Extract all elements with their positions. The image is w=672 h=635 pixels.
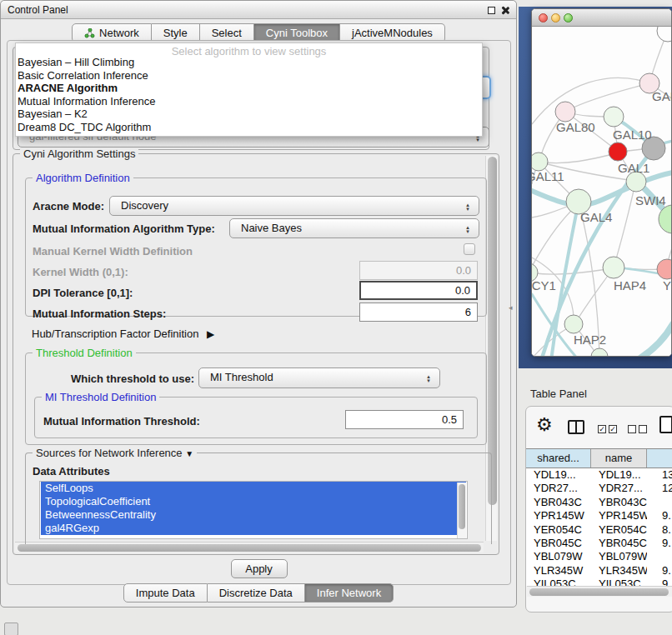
network-canvas[interactable]: GALGAL80GAL10GAL1GAL11SWI4GAL4GCY1HAP4YH… [532,27,671,356]
table-cell: 9. [647,509,672,522]
kernel-width-field[interactable]: 0.0 [359,261,478,280]
table-cell: 9. [647,564,672,578]
network-view-window: GALGAL80GAL10GAL1GAL11SWI4GAL4GCY1HAP4YH… [531,8,672,357]
tab-label: jActiveMNodules [352,27,433,39]
network-node[interactable] [609,142,627,161]
select-all-checkbox-icon[interactable]: ✓ [598,425,606,433]
zoom-traffic-light-icon[interactable] [564,13,573,22]
table-panel-title: Table Panel [530,388,587,400]
algorithm-option[interactable]: Dream8 DC_TDC Algorithm [16,121,482,134]
table-cell: 9. [647,537,672,550]
list-vertical-scrollbar[interactable] [457,482,466,539]
table-horizontal-scrollbar[interactable] [527,586,672,597]
deselect-all-checkbox-icon[interactable] [639,425,647,433]
screen: Control Panel NetworkStyleSelectCyni Too… [0,0,672,635]
column-header[interactable] [647,449,672,468]
column-browser-icon[interactable] [568,420,584,434]
data-attributes-list[interactable]: SelfLoopsTopologicalCoefficientBetweenne… [39,481,468,539]
sources-title[interactable]: Sources for Network Inference ▼ [33,447,197,459]
bottom-tab-bar: Impute DataDiscretize DataInfer Network [1,583,516,602]
network-node[interactable] [657,259,672,279]
network-window-titlebar[interactable] [532,9,671,27]
algorithm-option[interactable]: Basic Correlation Inference [16,69,482,82]
table-row[interactable]: YDL19...YDL19...13 [526,468,672,482]
network-node-labels: GALGAL80GAL10GAL1GAL11SWI4GAL4GCY1HAP4YH… [532,89,672,347]
algorithm-option[interactable]: Bayesian – K2 [16,108,482,121]
scrollbar-thumb[interactable] [18,544,481,552]
network-node[interactable] [657,27,672,42]
which-threshold-combo[interactable]: MI Threshold ▴▾ [198,368,440,388]
close-icon[interactable] [500,6,509,15]
table-row[interactable]: YER054CYER054C8. [526,523,672,537]
network-node[interactable] [564,315,583,333]
algorithm-definition-title: Algorithm Definition [33,172,133,184]
network-node[interactable] [604,107,624,127]
hub-definition-toggle[interactable]: Hub/Transcription Factor Definition ▶ [32,328,214,340]
node-label: GCY1 [532,278,556,292]
bottom-tab-infer-network[interactable]: Infer Network [305,583,394,602]
table-row[interactable]: YDR27...YDR27...12 [526,482,672,495]
apply-button[interactable]: Apply [231,559,288,578]
node-label: Y [663,278,671,292]
table-cell: YBL079W [591,550,647,563]
bottom-tab-discretize-data[interactable]: Discretize Data [208,583,305,602]
table-cell: YPR145W [526,509,591,522]
close-traffic-light-icon[interactable] [539,13,548,22]
bottom-tab-impute-data[interactable]: Impute Data [123,583,208,602]
algorithm-option[interactable]: Bayesian – Hill Climbing [16,56,482,69]
attribute-item[interactable]: SelfLoops [41,482,466,495]
hub-definition-label: Hub/Transcription Factor Definition [32,328,198,340]
float-window-icon[interactable] [488,7,495,14]
node-label: GAL1 [618,161,649,175]
dpi-tolerance-field[interactable]: 0.0 [359,281,478,300]
table-row[interactable]: YBL079WYBL079W [526,550,672,563]
algorithm-option[interactable]: Mutual Information Inference [16,95,482,108]
table-cell: YLR345W [591,564,647,578]
algorithm-option[interactable]: ARACNE Algorithm [16,82,482,95]
table-row[interactable]: YIL053CYIL053C9. [526,578,672,586]
scrollbar-thumb[interactable] [459,484,465,529]
column-header[interactable]: name [591,449,647,468]
table-cell [647,496,672,509]
minimized-panel-icon[interactable] [4,622,18,635]
table-cell: YER054C [526,523,591,537]
cyni-toolbox-panel: ▴▾ gal-filtered sif default node ▴▾ Sele… [7,40,511,585]
table-row[interactable]: YPR145WYPR145W9. [526,509,672,522]
deselect-all-checkbox-icon[interactable] [628,425,636,433]
select-all-checkbox-icon[interactable]: ✓ [609,425,617,433]
column-header[interactable]: shared... [526,449,591,468]
minimize-traffic-light-icon[interactable] [551,13,560,22]
attribute-item[interactable]: BetweennessCentrality [41,508,466,522]
splitpane-collapse-icon[interactable]: ◂ [509,303,513,312]
table-row[interactable]: YBR043CYBR043C [526,496,672,509]
table-rows: YDL19...YDL19...13YDR27...YDR27...12YBR0… [526,468,672,586]
mi-algorithm-type-combo[interactable]: Naive Bayes ▴▾ [229,218,479,238]
manual-kernel-checkbox[interactable] [464,243,475,255]
stepper-arrows-icon: ▴▾ [462,222,474,236]
network-node[interactable] [603,257,624,278]
cyni-algorithm-settings-groupbox: Cyni Algorithm Settings Algorithm Defini… [13,153,499,555]
export-table-icon[interactable] [659,416,672,433]
table-cell: 12 [647,482,672,495]
table-row[interactable]: YBR045CYBR045C9. [526,537,672,550]
aracne-mode-combo[interactable]: Discovery ▴▾ [109,196,479,216]
mi-threshold-definition-title: MI Threshold Definition [42,391,159,403]
network-node[interactable] [532,152,548,171]
mi-threshold-field[interactable]: 0.5 [345,410,464,429]
scrollbar-thumb[interactable] [529,588,669,596]
table-cell: YBR045C [526,537,591,550]
attribute-item[interactable]: TopologicalCoefficient [41,495,466,508]
aracne-mode-label: Aracne Mode: [33,200,104,212]
mi-steps-field[interactable]: 6 [359,302,478,322]
tab-label: Style [163,27,188,39]
network-graph[interactable]: GALGAL80GAL10GAL1GAL11SWI4GAL4GCY1HAP4YH… [532,27,672,357]
manual-kernel-label: Manual Kernel Width Definition [33,245,193,258]
attribute-item[interactable]: gal4RGexp [41,522,466,535]
mi-threshold-definition-groupbox: MI Threshold Definition Mutual Informati… [34,397,478,438]
mi-steps-label: Mutual Information Steps: [33,308,166,320]
table-row[interactable]: YLR345WYLR345W9. [526,564,672,578]
threshold-definition-title: Threshold Definition [33,347,136,359]
network-node[interactable] [555,102,575,122]
data-attributes-label: Data Attributes [33,465,110,478]
gear-icon[interactable]: ⚙ [536,414,553,436]
